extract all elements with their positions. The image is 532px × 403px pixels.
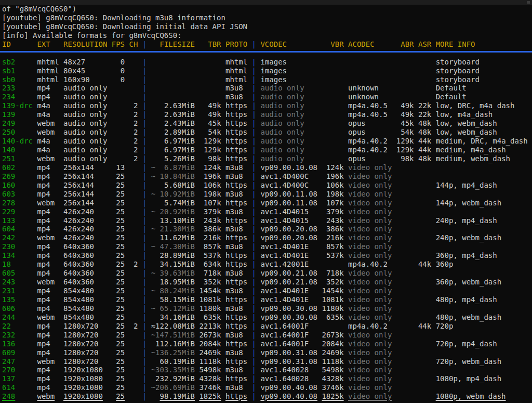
cell-vbr: [322, 110, 349, 119]
cell-fps: 0: [112, 75, 129, 84]
cell-id: sb2: [2, 58, 37, 66]
cell-vbr: 196k: [322, 172, 348, 180]
cell-filesize: 112.16MiB: [151, 340, 200, 348]
cell-resolution: audio only: [63, 146, 112, 154]
cell-ext: mp4: [37, 331, 63, 339]
column-separator: |: [252, 366, 261, 374]
column-separator: |: [142, 137, 151, 145]
cell-fps: [112, 93, 129, 101]
header-ext: EXT: [37, 40, 63, 48]
cell-more-info: 480p, webm_dash: [436, 313, 506, 321]
header-fps: FPS: [112, 40, 129, 48]
cell-proto: https: [225, 322, 252, 330]
scrollbar-nub[interactable]: [527, 1, 530, 4]
cell-filesize: ~ 65.12MiB: [151, 304, 200, 313]
cell-ext: mp4: [37, 287, 63, 295]
cell-resolution: 1280x720: [63, 357, 112, 366]
log-line: of "g8mVcqCQ6S0"): [2, 5, 532, 14]
cell-filesize: 2.89MiB: [151, 128, 200, 136]
cell-ch: [129, 225, 142, 233]
format-row: 248 webm 1920x1080 25 | 98.19MiB 1825k h…: [2, 392, 532, 401]
cell-tbr: 1825k: [199, 392, 225, 400]
cell-ext: webm: [37, 313, 63, 321]
cell-vcodec: avc1.4D400C: [260, 181, 322, 189]
header-proto: PROTO: [225, 40, 252, 48]
column-separator: |: [142, 269, 151, 277]
cell-filesize: ~ 20.92MiB: [151, 207, 200, 216]
column-separator: |: [142, 67, 151, 75]
cell-vcodec: avc1.640028: [260, 374, 322, 383]
cell-ext: mhtml: [37, 58, 63, 66]
cell-abr: [396, 67, 418, 75]
cell-vbr: [322, 322, 348, 330]
cell-more-info: [436, 383, 440, 392]
cell-ch: [129, 357, 142, 366]
cell-acodec: video only: [348, 304, 396, 313]
column-separator: |: [142, 242, 151, 251]
cell-proto: https: [225, 216, 252, 225]
cell-filesize: 28.89MiB: [151, 251, 200, 259]
cell-abr: [396, 374, 418, 383]
column-separator: |: [252, 146, 261, 154]
cell-proto: m3u8: [225, 84, 252, 92]
cell-asr: [418, 287, 436, 295]
format-row: 250 webm audio only 2 | 2.89MiB 54k http…: [2, 128, 532, 137]
cell-proto: https: [225, 260, 252, 268]
cell-acodec: video only: [348, 199, 396, 207]
cell-abr: [396, 207, 418, 216]
column-separator: |: [252, 313, 261, 321]
format-row: 233 mp4 audio only | m3u8 | audio only u…: [2, 84, 532, 93]
cell-abr: [396, 251, 418, 259]
cell-asr: [418, 357, 436, 366]
cell-fps: 25: [112, 242, 129, 251]
format-row: 270 mp4 1920x1080 25 | ~303.35MiB 5498k …: [2, 366, 532, 374]
cell-ch: [129, 233, 142, 242]
column-separator: |: [142, 331, 151, 339]
cell-more-info: [436, 225, 440, 233]
cell-resolution: 854x480: [63, 313, 112, 321]
cell-abr: [396, 58, 418, 66]
format-row: 609 mp4 1280x720 25 | ~136.25MiB 2469k m…: [2, 348, 532, 357]
cell-tbr: 107k: [199, 199, 225, 207]
format-row: 247 webm 1280x720 25 | 60.19MiB 1118k ht…: [2, 357, 532, 366]
cell-ch: [129, 392, 142, 400]
cell-vcodec: audio only: [260, 110, 322, 119]
cell-vbr: [322, 119, 348, 127]
cell-proto: https: [225, 251, 252, 259]
cell-asr: 44k: [418, 137, 436, 145]
cell-ext: mp4: [37, 242, 63, 251]
cell-abr: 49k: [396, 110, 418, 119]
cell-abr: [396, 181, 418, 189]
cell-id: 136: [2, 340, 37, 348]
format-row: 605 mp4 640x360 25 | ~ 39.63MiB 718k m3u…: [2, 269, 532, 278]
cell-tbr: 352k: [199, 278, 225, 286]
cell-asr: [418, 233, 436, 242]
column-separator: |: [142, 383, 151, 392]
cell-tbr: 635k: [199, 313, 225, 321]
cell-id: 604: [2, 225, 37, 233]
cell-more-info: [436, 366, 440, 374]
column-separator: |: [252, 242, 261, 251]
cell-acodec: mp4a.40.2: [348, 260, 396, 268]
cell-ch: [129, 313, 142, 321]
cell-fps: 25: [112, 304, 129, 313]
cell-tbr: 1180k: [199, 304, 225, 313]
cell-filesize: 98.19MiB: [151, 392, 200, 400]
cell-asr: 22k: [418, 101, 436, 110]
cell-vbr: [322, 84, 348, 92]
cell-resolution: 256x144: [63, 199, 112, 207]
cell-ch: 2: [129, 146, 142, 154]
cell-fps: 25: [112, 366, 129, 374]
cell-abr: [396, 163, 418, 172]
cell-ext: mp4: [37, 216, 63, 225]
cell-asr: [418, 242, 436, 251]
cell-asr: [418, 199, 436, 207]
cell-vbr: 107k: [322, 199, 348, 207]
column-separator: |: [252, 40, 261, 48]
column-separator: |: [142, 392, 151, 400]
cell-filesize: ~ 21.30MiB: [151, 225, 200, 233]
cell-vcodec: vp09.00.30.08: [260, 304, 322, 313]
cell-proto: https: [225, 392, 252, 400]
cell-abr: [396, 84, 418, 92]
cell-resolution: 1280x720: [63, 340, 112, 348]
